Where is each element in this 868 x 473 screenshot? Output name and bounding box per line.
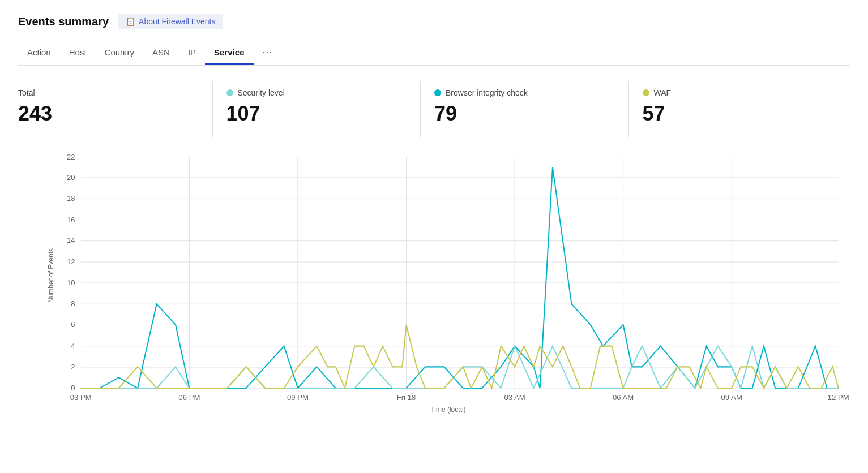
tab-action[interactable]: Action xyxy=(18,42,60,64)
stat-security-level-value: 107 xyxy=(226,102,407,126)
security-level-dot xyxy=(226,89,233,96)
svg-text:12 PM: 12 PM xyxy=(828,393,849,402)
chart-inner: Number of Events .grid-line { stroke: #e… xyxy=(46,151,850,400)
svg-text:8: 8 xyxy=(71,299,75,308)
stat-security-level-label: Security level xyxy=(238,88,285,97)
chart-svg: .grid-line { stroke: #e0e0e0; stroke-wid… xyxy=(46,151,850,400)
svg-text:09 AM: 09 AM xyxy=(721,393,742,402)
tab-country[interactable]: Country xyxy=(96,42,144,64)
svg-text:16: 16 xyxy=(67,216,75,224)
svg-text:6: 6 xyxy=(71,320,75,329)
stat-total-value: 243 xyxy=(18,102,199,126)
svg-text:22: 22 xyxy=(67,152,75,161)
svg-text:03 PM: 03 PM xyxy=(70,393,92,402)
svg-text:10: 10 xyxy=(67,278,75,287)
stat-total-label: Total xyxy=(18,88,199,97)
tab-more[interactable]: ··· xyxy=(254,41,282,66)
stat-waf-label: WAF xyxy=(654,88,672,97)
browser-integrity-line xyxy=(81,167,839,388)
svg-text:09 PM: 09 PM xyxy=(287,393,309,402)
svg-text:2: 2 xyxy=(71,362,75,371)
svg-text:4: 4 xyxy=(71,342,75,350)
tab-ip[interactable]: IP xyxy=(179,42,205,64)
tabs-bar: Action Host Country ASN IP Service ··· xyxy=(18,41,850,66)
stat-waf-value: 57 xyxy=(643,102,823,126)
tab-host[interactable]: Host xyxy=(60,42,96,64)
stats-row: Total 243 Security level 107 Browser int… xyxy=(18,81,850,137)
svg-text:12: 12 xyxy=(67,257,75,266)
page-title: Events summary xyxy=(18,15,109,28)
stat-browser-integrity-label: Browser integrity check xyxy=(446,88,528,97)
svg-text:06 AM: 06 AM xyxy=(613,393,634,402)
svg-text:06 PM: 06 PM xyxy=(178,393,200,402)
stat-security-level: Security level 107 xyxy=(226,81,421,137)
svg-text:20: 20 xyxy=(67,173,75,182)
svg-text:03 AM: 03 AM xyxy=(504,393,525,402)
about-firewall-events-button[interactable]: 📋 About Firewall Events xyxy=(118,14,223,29)
stat-browser-integrity: Browser integrity check 79 xyxy=(434,81,629,137)
tab-service[interactable]: Service xyxy=(205,42,253,64)
svg-text:Fri 18: Fri 18 xyxy=(397,393,416,402)
svg-text:14: 14 xyxy=(67,236,75,244)
browser-integrity-dot xyxy=(434,89,441,96)
stat-total: Total 243 xyxy=(18,81,213,137)
about-btn-label: About Firewall Events xyxy=(139,17,215,26)
y-axis-label: Number of Events xyxy=(47,248,55,303)
chart-area: Number of Events .grid-line { stroke: #e… xyxy=(18,151,850,423)
stat-browser-integrity-value: 79 xyxy=(434,102,615,126)
stat-waf: WAF 57 xyxy=(643,81,837,137)
waf-dot xyxy=(643,89,649,96)
tab-asn[interactable]: ASN xyxy=(143,42,179,64)
svg-text:18: 18 xyxy=(67,194,75,203)
book-icon: 📋 xyxy=(126,17,135,26)
svg-text:0: 0 xyxy=(71,384,75,392)
x-axis-label: Time (local) xyxy=(46,406,850,414)
